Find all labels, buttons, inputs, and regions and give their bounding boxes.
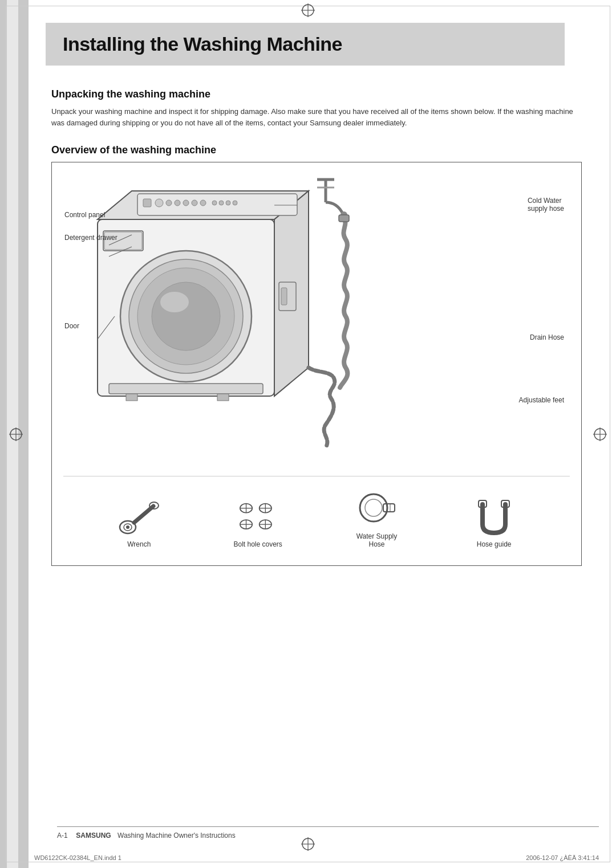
svg-line-50 <box>134 506 153 523</box>
unpacking-body: Unpack your washing machine and inspect … <box>51 106 582 128</box>
bolt-covers-label: Bolt hole covers <box>233 540 282 548</box>
title-banner: Installing the Washing Machine <box>46 23 565 66</box>
footer-doc-title: Washing Machine Owner's Instructions <box>117 832 236 840</box>
svg-point-26 <box>233 201 237 205</box>
svg-point-33 <box>160 292 189 312</box>
accessory-wrench: Wrench <box>116 496 162 548</box>
svg-rect-67 <box>383 504 395 512</box>
svg-point-17 <box>155 199 163 207</box>
label-detergent-drawer: Detergent drawer <box>64 234 117 242</box>
svg-rect-34 <box>109 384 263 394</box>
svg-point-66 <box>365 499 382 516</box>
water-hose-icon <box>354 488 399 528</box>
main-content: Installing the Washing Machine Unpacking… <box>29 0 616 606</box>
svg-point-21 <box>192 200 197 206</box>
svg-point-24 <box>219 201 224 205</box>
wrench-label: Wrench <box>127 540 151 548</box>
svg-point-20 <box>183 200 189 206</box>
footer-left: A-1 SAMSUNG Washing Machine Owner's Inst… <box>57 832 236 840</box>
page-title: Installing the Washing Machine <box>63 33 548 55</box>
diagram-box: Control panel Detergent drawer Door Cold… <box>51 162 582 566</box>
section-unpacking: Unpacking the washing machine Unpack you… <box>51 88 582 128</box>
water-hose-label: Water SupplyHose <box>356 532 398 548</box>
label-cold-water: Cold Watersupply hose <box>528 197 564 213</box>
label-adjustable-feet: Adjustable feet <box>519 396 564 404</box>
bolt-covers-icon <box>235 496 281 536</box>
hose-guide-icon <box>471 496 517 536</box>
accessories-row: Wrench <box>63 476 570 554</box>
svg-point-19 <box>175 200 180 206</box>
wrench-icon <box>116 496 162 536</box>
label-control-panel: Control panel <box>64 211 105 219</box>
overview-heading: Overview of the washing machine <box>51 144 582 156</box>
svg-point-18 <box>166 200 172 206</box>
washing-machine-illustration <box>80 174 400 447</box>
label-door: Door <box>64 322 79 330</box>
svg-point-23 <box>212 201 217 205</box>
svg-rect-43 <box>339 215 349 222</box>
footer-page-ref: A-1 <box>57 832 68 840</box>
reg-mark-left <box>8 426 24 442</box>
svg-rect-38 <box>281 288 287 305</box>
footer-brand: SAMSUNG <box>76 832 111 840</box>
unpacking-heading: Unpacking the washing machine <box>51 88 582 100</box>
machine-container: Control panel Detergent drawer Door Cold… <box>63 174 570 470</box>
accessory-hose-guide: Hose guide <box>471 496 517 548</box>
svg-point-32 <box>152 282 220 351</box>
svg-rect-35 <box>126 394 137 401</box>
hose-guide-label: Hose guide <box>477 540 512 548</box>
footer: A-1 SAMSUNG Washing Machine Owner's Inst… <box>57 826 599 840</box>
accessory-bolt-covers: Bolt hole covers <box>233 496 282 548</box>
bottom-info-bar: WD6122CK-02384L_EN.indd 1 2006-12-07 ¿ÀÈ… <box>34 854 599 861</box>
svg-point-52 <box>126 525 129 529</box>
bottom-left-text: WD6122CK-02384L_EN.indd 1 <box>34 854 121 861</box>
svg-point-22 <box>200 200 206 206</box>
svg-rect-16 <box>143 199 151 207</box>
svg-rect-36 <box>217 394 229 401</box>
svg-point-25 <box>226 201 230 205</box>
accessory-water-hose: Water SupplyHose <box>354 488 399 548</box>
section-overview: Overview of the washing machine <box>51 144 582 156</box>
bottom-right-text: 2006-12-07 ¿ÀÈÄ 3:41:14 <box>526 854 599 861</box>
label-drain-hose: Drain Hose <box>530 333 564 341</box>
